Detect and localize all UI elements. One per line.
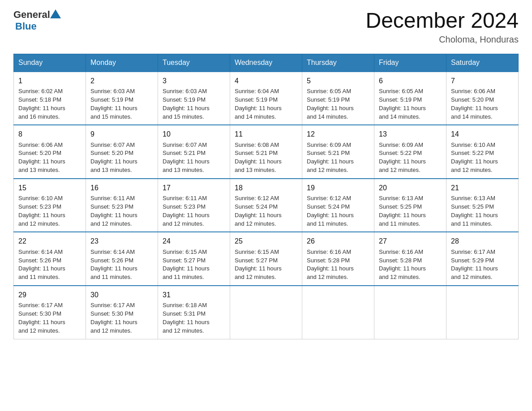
page-subtitle: Choloma, Honduras [365, 34, 519, 45]
table-row: 19 Sunrise: 6:12 AM Sunset: 5:24 PM Dayl… [302, 179, 374, 232]
header-sunday: Sunday [14, 54, 86, 72]
daylight-label: Daylight: 11 hours [379, 105, 426, 111]
sunrise-label: Sunrise: 6:17 AM [90, 302, 135, 308]
sunset-label: Sunset: 5:26 PM [18, 257, 61, 264]
table-row: 27 Sunrise: 6:16 AM Sunset: 5:28 PM Dayl… [374, 232, 446, 286]
day-number: 10 [163, 129, 225, 139]
sunrise-label: Sunrise: 6:10 AM [451, 141, 495, 148]
page-header: General Blue December 2024 Choloma, Hond… [13, 9, 519, 45]
daylight-label: Daylight: 11 hours [18, 319, 65, 325]
sunset-label: Sunset: 5:21 PM [235, 150, 278, 156]
sunset-label: Sunset: 5:27 PM [235, 257, 278, 264]
table-row: 26 Sunrise: 6:16 AM Sunset: 5:28 PM Dayl… [302, 232, 374, 286]
daylight-label: Daylight: 11 hours [307, 158, 354, 165]
daylight-cont: and 11 minutes. [451, 220, 493, 227]
table-row: 5 Sunrise: 6:05 AM Sunset: 5:19 PM Dayli… [302, 72, 374, 125]
day-number: 2 [90, 76, 153, 86]
daylight-label: Daylight: 11 hours [235, 158, 282, 165]
table-row: 7 Sunrise: 6:06 AM Sunset: 5:20 PM Dayli… [446, 72, 519, 125]
sunrise-label: Sunrise: 6:12 AM [235, 195, 279, 201]
sunset-label: Sunset: 5:31 PM [163, 310, 206, 317]
calendar-week-row: 15 Sunrise: 6:10 AM Sunset: 5:23 PM Dayl… [14, 179, 519, 232]
table-row: 20 Sunrise: 6:13 AM Sunset: 5:25 PM Dayl… [374, 179, 446, 232]
daylight-cont: and 12 minutes. [451, 167, 493, 173]
day-number: 3 [163, 76, 225, 86]
daylight-label: Daylight: 11 hours [90, 212, 137, 218]
sunset-label: Sunset: 5:22 PM [451, 150, 494, 156]
header-monday: Monday [86, 54, 158, 72]
table-row [374, 286, 446, 339]
sunset-label: Sunset: 5:20 PM [451, 96, 494, 103]
page-title: December 2024 [365, 9, 519, 33]
sunrise-label: Sunrise: 6:13 AM [451, 195, 495, 201]
daylight-cont: and 13 minutes. [18, 167, 60, 173]
sunrise-label: Sunrise: 6:06 AM [451, 88, 495, 94]
daylight-label: Daylight: 11 hours [18, 265, 65, 272]
daylight-cont: and 16 minutes. [18, 113, 60, 120]
sunrise-label: Sunrise: 6:15 AM [235, 248, 279, 255]
table-row: 17 Sunrise: 6:11 AM Sunset: 5:23 PM Dayl… [158, 179, 230, 232]
sunrise-label: Sunrise: 6:14 AM [90, 248, 135, 255]
daylight-cont: and 11 minutes. [379, 220, 420, 227]
day-number: 6 [379, 76, 442, 86]
sunset-label: Sunset: 5:26 PM [90, 257, 133, 264]
sunset-label: Sunset: 5:23 PM [163, 203, 206, 210]
daylight-cont: and 12 minutes. [307, 167, 348, 173]
day-number: 16 [90, 183, 153, 193]
daylight-label: Daylight: 11 hours [90, 265, 137, 272]
sunrise-label: Sunrise: 6:11 AM [163, 195, 207, 201]
daylight-cont: and 12 minutes. [163, 220, 204, 227]
day-number: 29 [18, 290, 81, 300]
table-row: 9 Sunrise: 6:07 AM Sunset: 5:20 PM Dayli… [86, 125, 158, 179]
sunset-label: Sunset: 5:23 PM [18, 203, 61, 210]
daylight-label: Daylight: 11 hours [379, 158, 426, 165]
sunrise-label: Sunrise: 6:06 AM [18, 141, 63, 148]
table-row [230, 286, 302, 339]
daylight-cont: and 12 minutes. [307, 274, 348, 280]
sunset-label: Sunset: 5:25 PM [451, 203, 494, 210]
sunset-label: Sunset: 5:20 PM [18, 150, 61, 156]
day-number: 12 [307, 129, 369, 139]
daylight-cont: and 11 minutes. [307, 220, 348, 227]
sunrise-label: Sunrise: 6:18 AM [163, 302, 207, 308]
logo-blue-text: Blue [15, 21, 61, 32]
sunset-label: Sunset: 5:28 PM [307, 257, 350, 264]
daylight-label: Daylight: 11 hours [90, 105, 137, 111]
sunset-label: Sunset: 5:24 PM [307, 203, 350, 210]
sunrise-label: Sunrise: 6:05 AM [307, 88, 351, 94]
sunset-label: Sunset: 5:29 PM [451, 257, 494, 264]
daylight-label: Daylight: 11 hours [163, 265, 210, 272]
header-saturday: Saturday [446, 54, 519, 72]
day-number: 23 [90, 236, 153, 246]
header-friday: Friday [374, 54, 446, 72]
header-tuesday: Tuesday [158, 54, 230, 72]
sunset-label: Sunset: 5:19 PM [235, 96, 278, 103]
daylight-cont: and 12 minutes. [90, 220, 132, 227]
sunset-label: Sunset: 5:22 PM [379, 150, 422, 156]
table-row: 24 Sunrise: 6:15 AM Sunset: 5:27 PM Dayl… [158, 232, 230, 286]
table-row: 18 Sunrise: 6:12 AM Sunset: 5:24 PM Dayl… [230, 179, 302, 232]
daylight-label: Daylight: 11 hours [235, 265, 282, 272]
daylight-label: Daylight: 11 hours [163, 158, 210, 165]
day-number: 25 [235, 236, 297, 246]
sunrise-label: Sunrise: 6:03 AM [163, 88, 207, 94]
daylight-cont: and 12 minutes. [379, 274, 420, 280]
calendar-week-row: 8 Sunrise: 6:06 AM Sunset: 5:20 PM Dayli… [14, 125, 519, 179]
calendar-week-row: 1 Sunrise: 6:02 AM Sunset: 5:18 PM Dayli… [14, 72, 519, 125]
daylight-cont: and 12 minutes. [90, 327, 132, 334]
daylight-label: Daylight: 11 hours [163, 212, 210, 218]
logo-triangle-icon [50, 9, 61, 18]
sunrise-label: Sunrise: 6:14 AM [18, 248, 63, 255]
sunrise-label: Sunrise: 6:10 AM [18, 195, 63, 201]
day-number: 13 [379, 129, 442, 139]
sunrise-label: Sunrise: 6:04 AM [235, 88, 279, 94]
sunset-label: Sunset: 5:20 PM [90, 150, 133, 156]
sunrise-label: Sunrise: 6:07 AM [163, 141, 207, 148]
table-row [302, 286, 374, 339]
daylight-cont: and 11 minutes. [18, 274, 60, 280]
daylight-label: Daylight: 11 hours [451, 105, 498, 111]
sunset-label: Sunset: 5:25 PM [379, 203, 422, 210]
table-row: 13 Sunrise: 6:09 AM Sunset: 5:22 PM Dayl… [374, 125, 446, 179]
daylight-cont: and 13 minutes. [163, 167, 204, 173]
daylight-label: Daylight: 11 hours [90, 158, 137, 165]
